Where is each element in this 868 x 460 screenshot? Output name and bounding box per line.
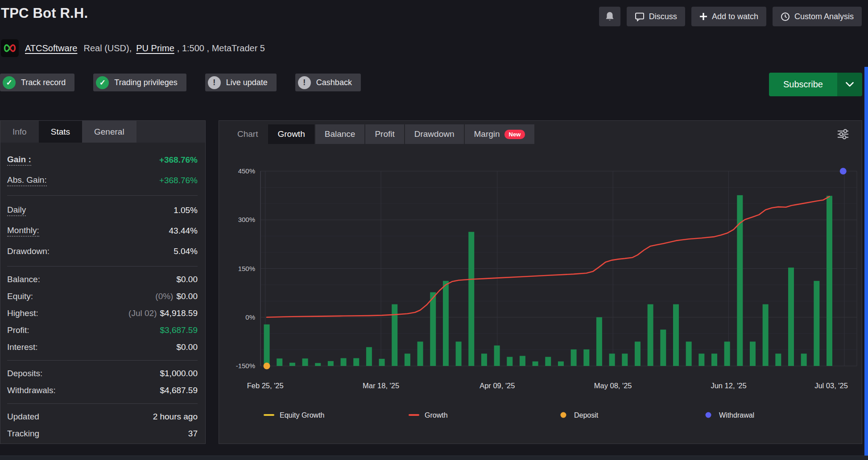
tab-label: Margin xyxy=(474,129,500,139)
legend-item-withdrawal[interactable]: Withdrawal xyxy=(706,411,755,419)
stats-value: 43.44% xyxy=(169,226,198,236)
growth-bar xyxy=(405,353,410,366)
badge-trading-privileges[interactable]: ✓Trading privileges xyxy=(93,74,186,91)
y-tick-label: -150% xyxy=(236,362,255,370)
custom-analysis-button[interactable]: Custom Analysis xyxy=(773,7,862,26)
add-to-watch-label: Add to watch xyxy=(712,12,758,21)
growth-bar xyxy=(660,329,666,366)
growth-bar xyxy=(737,195,743,366)
x-tick-label: Mar 18, '25 xyxy=(363,382,399,390)
stats-label: Interest: xyxy=(7,342,38,352)
badge-label: Trading privileges xyxy=(114,78,177,87)
growth-bar xyxy=(430,292,436,366)
growth-chart[interactable]: 450%300%150%0%-150%Feb 25, '25Mar 18, '2… xyxy=(219,152,863,437)
stats-label[interactable]: Abs. Gain: xyxy=(7,175,47,186)
stats-label: Tracking xyxy=(7,429,39,439)
legend-item-growth[interactable]: Growth xyxy=(409,411,448,419)
tab-label: Profit xyxy=(375,129,394,139)
growth-bar xyxy=(533,361,538,366)
growth-bar xyxy=(571,349,577,366)
growth-bar xyxy=(366,347,372,366)
stats-label: Drawdown: xyxy=(7,246,50,256)
vendor-link[interactable]: ATCSoftware xyxy=(25,43,77,53)
growth-bar xyxy=(699,353,704,366)
stats-row-interest: Interest:$0.00 xyxy=(7,339,198,356)
tab-chart[interactable]: Chart xyxy=(228,124,267,144)
tab-margin[interactable]: MarginNew xyxy=(465,124,535,144)
withdrawal-marker xyxy=(840,168,847,175)
growth-bar xyxy=(750,341,756,366)
subscribe-dropdown[interactable] xyxy=(837,73,862,96)
add-to-watch-button[interactable]: Add to watch xyxy=(691,7,766,26)
x-tick-label: Jul 03, '25 xyxy=(814,382,848,390)
growth-bar xyxy=(686,341,692,366)
badge-label: Cashback xyxy=(316,78,352,87)
stats-row-daily: Daily1.05% xyxy=(7,200,198,221)
page-title: TPC Bot R.H. xyxy=(1,5,88,21)
stats-panel-tabs: InfoStatsGeneral xyxy=(0,121,205,143)
notifications-button[interactable] xyxy=(599,7,620,26)
tab-balance[interactable]: Balance xyxy=(315,124,365,144)
growth-bar xyxy=(558,361,564,366)
x-tick-label: Apr 09, '25 xyxy=(479,382,515,390)
tab-growth[interactable]: Growth xyxy=(268,124,314,144)
stats-value: $3,687.59 xyxy=(160,325,198,335)
tab-drawdown[interactable]: Drawdown xyxy=(405,124,464,144)
tab-label: Growth xyxy=(277,129,305,139)
legend-item-equity-growth[interactable]: Equity Growth xyxy=(264,411,324,419)
stats-label[interactable]: Monthly: xyxy=(7,226,39,237)
stats-label[interactable]: Daily xyxy=(7,205,26,216)
bell-icon xyxy=(605,11,615,22)
stats-label: Withdrawals: xyxy=(7,386,56,395)
legend-line-marker xyxy=(409,414,419,416)
legend-item-deposit[interactable]: Deposit xyxy=(561,411,599,419)
stats-label[interactable]: Gain : xyxy=(7,155,31,166)
growth-bar xyxy=(315,363,321,366)
stats-divider xyxy=(7,195,198,196)
subscribe-button[interactable]: Subscribe xyxy=(769,73,862,96)
tab-general[interactable]: General xyxy=(82,121,136,143)
subscribe-label[interactable]: Subscribe xyxy=(769,73,837,96)
stats-row-updated: Updated2 hours ago xyxy=(7,408,198,425)
tab-info[interactable]: Info xyxy=(0,121,39,143)
stats-panel: InfoStatsGeneral Gain :+368.76%Abs. Gain… xyxy=(0,120,206,444)
discuss-icon xyxy=(635,12,645,21)
broker-link[interactable]: PU Prime xyxy=(136,43,174,53)
badge-live-update[interactable]: !Live update xyxy=(205,74,277,91)
growth-bar xyxy=(468,232,474,366)
discuss-button[interactable]: Discuss xyxy=(627,7,685,26)
growth-bar xyxy=(788,267,794,366)
growth-bar xyxy=(353,358,359,366)
growth-bar xyxy=(814,281,819,366)
stats-value: $1,000.00 xyxy=(160,369,198,378)
growth-bar xyxy=(673,304,679,366)
badge-cashback[interactable]: !Cashback xyxy=(295,74,361,91)
growth-bar xyxy=(277,358,282,366)
x-tick-label: Jun 12, '25 xyxy=(711,382,746,390)
legend-label: Growth xyxy=(425,411,448,419)
stats-value: $0.00 xyxy=(176,342,198,352)
check-icon: ✓ xyxy=(3,76,16,89)
tab-stats[interactable]: Stats xyxy=(39,121,82,143)
account-meta: , 1:500 , MetaTrader 5 xyxy=(177,43,265,53)
stats-row-withdrawals: Withdrawals:$4,687.59 xyxy=(7,382,198,399)
stats-value: 2 hours ago xyxy=(153,412,198,422)
badges-row: ✓Track record✓Trading privileges!Live up… xyxy=(0,74,361,91)
y-tick-label: 0% xyxy=(245,313,255,321)
account-type: Real (USD), xyxy=(83,43,132,53)
exclamation-icon: ! xyxy=(298,76,311,89)
stats-value: (0%)$0.00 xyxy=(155,292,198,301)
stats-row-equity: Equity:(0%)$0.00 xyxy=(7,288,198,305)
badge-track-record[interactable]: ✓Track record xyxy=(0,74,74,91)
growth-bar xyxy=(583,349,589,366)
stats-row-absgain: Abs. Gain:+368.76% xyxy=(7,170,198,191)
y-tick-label: 300% xyxy=(238,216,255,223)
account-row: ATCSoftware Real (USD), PU Prime , 1:500… xyxy=(1,39,265,57)
stats-value: 1.05% xyxy=(174,205,198,215)
tab-profit[interactable]: Profit xyxy=(365,124,404,144)
chart-settings-icon[interactable] xyxy=(836,127,850,143)
tab-label: Drawdown xyxy=(414,129,455,139)
custom-analysis-label: Custom Analysis xyxy=(794,12,854,21)
right-edge-accent xyxy=(864,67,868,460)
stats-label: Equity: xyxy=(7,292,33,301)
